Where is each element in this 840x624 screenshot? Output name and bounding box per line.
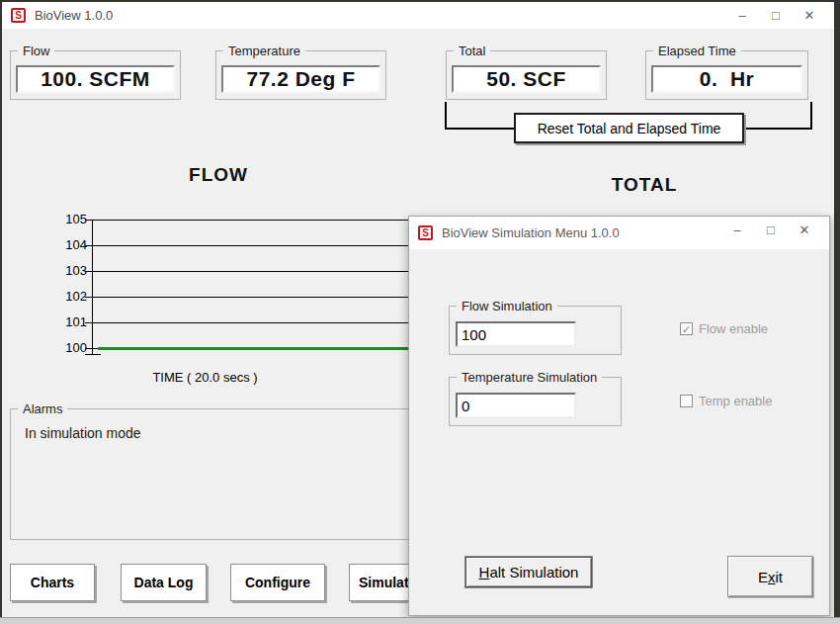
flow-simulation-input[interactable]: [456, 321, 576, 347]
chart-gridline: [92, 322, 411, 323]
bioview-logo-icon: S: [11, 8, 26, 23]
flow-gauge-label: Flow: [18, 44, 54, 58]
chart-gridline: [92, 271, 411, 272]
flow-chart: 100101102103104105: [59, 214, 411, 364]
close-icon[interactable]: ✕: [788, 217, 821, 243]
temp-enable-checkbox[interactable]: Temp enable: [680, 394, 772, 408]
charts-button[interactable]: Charts: [10, 564, 95, 601]
y-axis-tick-label: 103: [59, 263, 87, 279]
flow-enable-label: Flow enable: [699, 321, 768, 336]
alarms-label: Alarms: [18, 401, 67, 416]
minimize-icon[interactable]: –: [725, 2, 759, 29]
chart-gridline: [92, 245, 411, 246]
flow-enable-checkbox[interactable]: ✓ Flow enable: [680, 321, 768, 336]
simulation-dialog: S BioView Simulation Menu 1.0.0 – □ ✕ Fl…: [408, 216, 830, 616]
reset-total-elapsed-button[interactable]: Reset Total and Elapsed Time: [514, 113, 744, 143]
flow-chart-title: FLOW: [129, 164, 307, 186]
y-axis-tick-label: 102: [59, 289, 87, 305]
flow-series-line: [98, 347, 411, 350]
y-axis-tick-label: 104: [59, 237, 87, 253]
y-axis-tick-label: 101: [59, 314, 87, 330]
y-axis-tick-label: 100: [59, 340, 87, 356]
y-axis-tick-label: 105: [59, 212, 87, 227]
checkbox-check-icon: [680, 395, 693, 407]
temperature-simulation-input[interactable]: [456, 393, 576, 418]
temp-enable-label: Temp enable: [699, 394, 772, 408]
elapsed-time-gauge-label: Elapsed Time: [653, 44, 741, 58]
time-axis-label: TIME ( 20.0 secs ): [94, 370, 316, 385]
flow-gauge-value: 100. SCFM: [16, 65, 175, 93]
maximize-icon[interactable]: □: [754, 217, 788, 243]
dialog-titlebar: S BioView Simulation Menu 1.0.0 – □ ✕: [409, 217, 829, 249]
x-axis-tick-mark: [85, 354, 101, 355]
configure-button[interactable]: Configure: [230, 564, 325, 601]
temperature-simulation-label: Temperature Simulation: [457, 370, 602, 385]
exit-button[interactable]: Exit: [727, 556, 813, 597]
chart-gridline: [92, 297, 411, 298]
total-gauge-value: 50. SCF: [452, 65, 601, 93]
data-log-button[interactable]: Data Log: [121, 564, 207, 601]
total-gauge-label: Total: [454, 44, 490, 58]
minimize-icon[interactable]: –: [720, 217, 754, 243]
maximize-icon[interactable]: □: [759, 2, 793, 29]
reset-bracket-left: [445, 102, 514, 130]
temperature-gauge-label: Temperature: [223, 44, 305, 58]
chart-gridline: [92, 220, 411, 221]
alarm-message: In simulation mode: [25, 425, 141, 441]
dialog-title: BioView Simulation Menu 1.0.0: [442, 225, 620, 240]
temperature-gauge-value: 77.2 Deg F: [221, 65, 380, 93]
bioview-logo-icon: S: [418, 225, 433, 240]
total-chart-title: TOTAL: [555, 174, 733, 196]
y-axis-line: [92, 220, 93, 355]
main-window-title: BioView 1.0.0: [35, 8, 113, 23]
halt-simulation-button[interactable]: Halt Simulation: [465, 557, 592, 587]
flow-simulation-label: Flow Simulation: [457, 299, 557, 313]
elapsed-time-gauge-value: 0. Hr: [651, 65, 802, 93]
main-titlebar: S BioView 1.0.0 – □ ✕: [2, 2, 834, 29]
taskbar-strip: [0, 617, 840, 624]
checkbox-check-icon: ✓: [680, 322, 693, 335]
reset-bracket-right: [744, 102, 812, 130]
close-icon[interactable]: ✕: [793, 2, 826, 29]
